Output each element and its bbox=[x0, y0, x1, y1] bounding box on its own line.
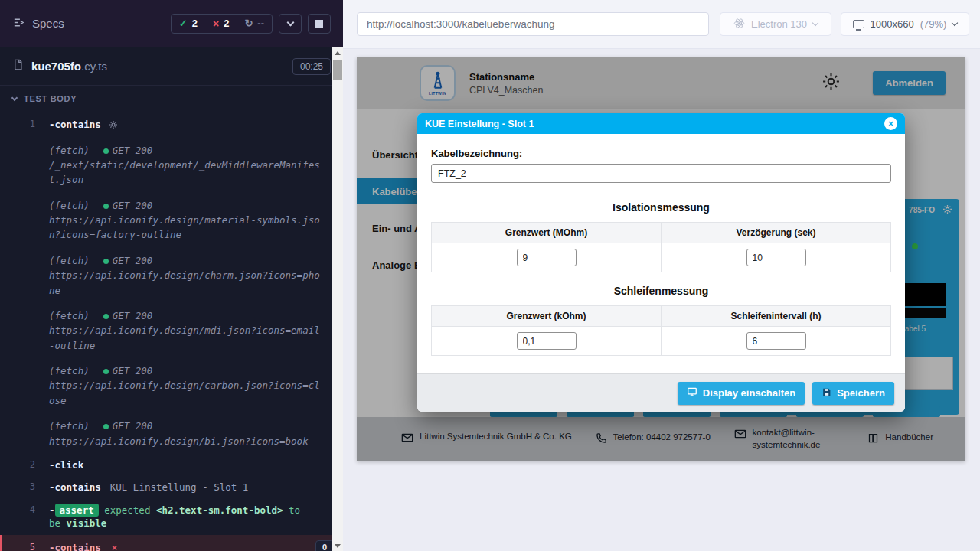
status-dot bbox=[103, 424, 109, 429]
fetch-log-entry[interactable]: (fetch)GET 200 https://api.iconify.desig… bbox=[0, 413, 343, 454]
step-contains-failed[interactable]: 5-contains× 0 bbox=[0, 535, 343, 551]
table-cell bbox=[432, 327, 662, 356]
stat-pending: ↻-- bbox=[237, 15, 272, 32]
schleifenmessung-heading: Schleifenmessung bbox=[431, 285, 891, 297]
kue-settings-modal: KUE Einstellung - Slot 1 × Kabelbezeichn… bbox=[417, 113, 905, 412]
stat-passed: ✓2 bbox=[172, 15, 205, 32]
modal-header: KUE Einstellung - Slot 1 × bbox=[417, 113, 905, 134]
status-dot bbox=[103, 314, 109, 319]
status-dot bbox=[103, 259, 109, 264]
table-cell bbox=[662, 243, 891, 272]
fetch-log-entry[interactable]: (fetch)GET 200 https://api.iconify.desig… bbox=[0, 358, 343, 413]
grenzwert-kohm-input[interactable] bbox=[517, 332, 577, 350]
verzoegerung-sek-input[interactable] bbox=[746, 249, 806, 266]
scroll-up-arrow[interactable] bbox=[332, 47, 343, 58]
url-input[interactable] bbox=[357, 12, 709, 36]
command-log: 1-contains (fetch)GET 200 /_next/static/… bbox=[0, 112, 343, 551]
test-stats: ✓2 ×2 ↻-- bbox=[171, 14, 273, 34]
specs-label: Specs bbox=[32, 17, 64, 30]
modal-title: KUE Einstellung - Slot 1 bbox=[425, 119, 534, 129]
display-einschalten-button[interactable]: Display einschalten bbox=[678, 382, 805, 405]
close-icon[interactable]: × bbox=[884, 117, 897, 130]
fetch-log-entry[interactable]: (fetch)GET 200 https://api.iconify.desig… bbox=[0, 303, 343, 358]
chevron-down-icon bbox=[286, 18, 294, 26]
column-header: Grenzwert (MOhm) bbox=[432, 223, 662, 243]
cypress-reporter: Specs ✓2 ×2 ↻-- kue705fo.cy.ts 00:25 TES… bbox=[0, 0, 343, 551]
chevron-down-icon bbox=[11, 95, 18, 101]
step-contains-2[interactable]: 3-containsKUE Einstellung - Slot 1 bbox=[0, 476, 343, 499]
aut-frame: LITTWIN Stationsname CPLV4_Maschen Abmel… bbox=[357, 57, 965, 461]
spec-ext: .cy.ts bbox=[81, 60, 107, 73]
isolationsmessung-heading: Isolationsmessung bbox=[431, 201, 891, 214]
scrollbar-thumb[interactable] bbox=[333, 60, 342, 80]
chevron-down-icon bbox=[952, 20, 958, 26]
table-cell bbox=[662, 327, 891, 356]
specs-list-icon bbox=[12, 16, 25, 31]
column-header: Grenzwert (kOhm) bbox=[432, 306, 662, 327]
status-dot bbox=[103, 148, 109, 154]
chevron-down-icon bbox=[812, 20, 818, 26]
check-icon: ✓ bbox=[179, 18, 188, 29]
spec-duration: 00:25 bbox=[292, 58, 331, 75]
table-cell bbox=[432, 243, 662, 272]
aut-backdrop: LITTWIN Stationsname CPLV4_Maschen Abmel… bbox=[343, 49, 980, 551]
stop-icon bbox=[315, 20, 323, 28]
stop-tests-button[interactable] bbox=[308, 14, 331, 34]
spec-file-row[interactable]: kue705fo.cy.ts 00:25 bbox=[0, 47, 343, 86]
assert-badge: assert bbox=[55, 504, 99, 517]
column-header: Verzögerung (sek) bbox=[662, 223, 891, 243]
stat-failed: ×2 bbox=[205, 15, 237, 33]
kabelbezeichnung-input[interactable] bbox=[431, 164, 891, 183]
status-dot bbox=[103, 369, 109, 374]
viewport-select[interactable]: 1000x660 (79%) bbox=[841, 12, 969, 36]
spec-name: kue705fo bbox=[31, 60, 81, 73]
refresh-icon: ↻ bbox=[244, 18, 253, 29]
step-click[interactable]: 2-click bbox=[0, 454, 343, 477]
gear-icon bbox=[109, 119, 118, 133]
status-dot bbox=[103, 204, 109, 209]
column-header: Schleifenintervall (h) bbox=[662, 306, 891, 327]
collapse-all-button[interactable] bbox=[279, 14, 302, 34]
x-icon: × bbox=[213, 18, 219, 30]
scroll-down-arrow[interactable] bbox=[332, 540, 343, 551]
fetch-log-entry[interactable]: (fetch)GET 200 https://api.iconify.desig… bbox=[0, 193, 343, 248]
spec-file-icon bbox=[12, 59, 24, 73]
modal-footer: Display einschalten Speichern bbox=[417, 373, 905, 412]
browser-select[interactable]: Electron 130 bbox=[720, 12, 831, 36]
save-floppy-icon bbox=[822, 387, 831, 399]
grenzwert-mohm-input[interactable] bbox=[517, 249, 577, 266]
fail-x-icon: × bbox=[112, 542, 118, 551]
reporter-header: Specs ✓2 ×2 ↻-- bbox=[0, 0, 343, 47]
aut-toolbar: Electron 130 1000x660 (79%) bbox=[343, 0, 980, 49]
electron-icon bbox=[733, 18, 745, 31]
elements-count-badge: 0 bbox=[315, 540, 334, 551]
viewport-icon bbox=[853, 20, 864, 28]
step-assert[interactable]: 4-assert expected <h2.text-sm.font-bold>… bbox=[0, 499, 343, 535]
step-contains-1[interactable]: 1-contains bbox=[0, 113, 343, 138]
fetch-log-entry[interactable]: (fetch)GET 200 https://api.iconify.desig… bbox=[0, 248, 343, 303]
schleifenmessung-table: Grenzwert (kOhm) Schleifenintervall (h) bbox=[431, 305, 891, 356]
specs-toggle[interactable]: Specs bbox=[12, 16, 64, 31]
schleifenintervall-input[interactable] bbox=[746, 332, 806, 350]
speichern-button[interactable]: Speichern bbox=[812, 382, 894, 405]
suite-test-body[interactable]: TEST BODY bbox=[0, 86, 343, 112]
kabelbezeichnung-label: Kabelbezeichnung: bbox=[431, 148, 891, 159]
isolationsmessung-table: Grenzwert (MOhm) Verzögerung (sek) bbox=[431, 222, 891, 272]
fetch-log-entry[interactable]: (fetch)GET 200 /_next/static/development… bbox=[0, 138, 343, 193]
display-icon bbox=[687, 386, 697, 399]
reporter-scrollbar[interactable] bbox=[332, 47, 343, 551]
